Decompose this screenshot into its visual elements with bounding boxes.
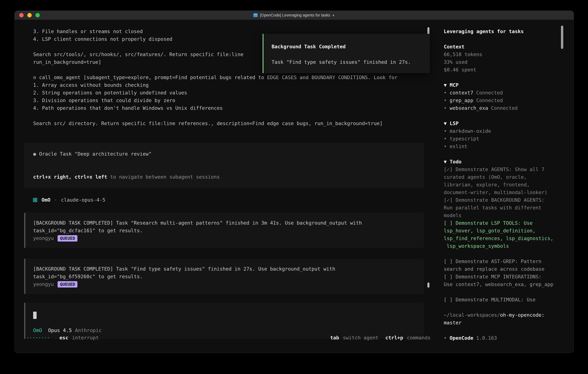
message-text: [BACKGROUND TASK COMPLETED] Task "Find t… <box>33 265 418 280</box>
zoom-window-button[interactable] <box>35 13 40 17</box>
input-agent-name: OmO <box>33 327 42 334</box>
context-spent: $0.46 spent <box>444 66 558 74</box>
lsp-item: •markdown-oxide <box>444 127 558 135</box>
switch-agent-hint: tab switch agent <box>330 334 378 342</box>
lsp-item: •eslint <box>444 143 558 150</box>
agent-square-icon <box>33 198 37 202</box>
toast-title: Background Task Completed <box>272 43 424 51</box>
lsp-name: eslint <box>450 144 467 149</box>
commands-hint: ctrl+p commands <box>385 334 430 342</box>
bullet-icon: • <box>444 136 447 142</box>
agent-name: OmO <box>42 196 50 204</box>
context-used: 33% used <box>444 58 558 66</box>
mcp-status: Connected <box>476 90 503 96</box>
mcp-name: grep_app <box>450 97 473 103</box>
input-model-name: Opus 4.5 <box>48 327 72 334</box>
sidebar-scrollbar-thumb[interactable] <box>561 26 563 49</box>
mcp-status: Connected <box>476 97 503 103</box>
terminal-output-block: 1. Array access without bounds checking … <box>33 81 424 112</box>
lsp-item: •typescript <box>444 135 558 143</box>
tab-key-hint: tab <box>330 334 339 342</box>
todo-item: [✓] Demonstrate AGENTS: Show all 7 curat… <box>444 166 558 196</box>
window-title: [OpenCode] Leveraging agents for tasks <box>260 11 330 20</box>
workspace-path-prefix: ~/local-workspaces/ <box>444 312 500 318</box>
opencode-window: [OpenCode] Leveraging agents for tasks ◐… <box>14 10 574 353</box>
tab-key-label: switch agent <box>343 334 378 342</box>
window-title-group: [OpenCode] Leveraging agents for tasks ◐ <box>253 11 335 20</box>
workspace-path: ~/local-workspaces/oh-my-opencode: <box>444 311 558 319</box>
input-provider-name: Anthropic <box>75 327 102 334</box>
bullet-icon: • <box>444 105 447 111</box>
mcp-section-header[interactable]: ▼ MCP <box>444 81 558 89</box>
keyboard-hints: tab switch agent ctrl+p commands <box>330 334 430 342</box>
oracle-task-panel: ◉ Oracle Task "Deep architecture review"… <box>24 143 424 188</box>
app-version: 1.0.163 <box>476 335 497 341</box>
spinner-dots: ········ <box>26 334 50 342</box>
bullet-icon: • <box>444 90 447 96</box>
ctrlp-key-hint: ctrl+p <box>385 334 403 342</box>
background-task-toast: Background Task Completed Task "Find typ… <box>262 34 430 73</box>
ctrlp-key-label: commands <box>407 334 430 342</box>
screen: [OpenCode] Leveraging agents for tasks ◐… <box>0 0 588 374</box>
todo-item: [ ] Demonstrate MCP INTEGRATIONS: Use co… <box>444 273 558 288</box>
bullet-icon: • <box>444 128 447 134</box>
workspace-repo: oh-my-opencode: <box>500 312 545 318</box>
todo-section-header[interactable]: ▼ Todo <box>444 158 558 166</box>
session-title: Leveraging agents for tasks <box>444 28 558 35</box>
oracle-navigation-hint: ctrl+x right, ctrl+x left to navigate be… <box>33 166 418 181</box>
mcp-name: websearch_exa <box>450 105 488 111</box>
terminal-pane: 3. File handles or streams not closed 4.… <box>15 20 438 353</box>
title-bar[interactable]: [OpenCode] Leveraging agents for tasks ◐ <box>15 11 574 20</box>
mcp-item: •grep_appConnected <box>444 97 558 104</box>
todo-item-active: [ ] Demonstrate LSP TOOLS: Use lsp_hover… <box>444 219 558 250</box>
text-cursor <box>33 312 37 319</box>
window-body: 3. File handles or streams not closed 4.… <box>15 20 574 353</box>
bullet-icon: • <box>444 335 447 341</box>
record-icon: ◉ <box>33 151 39 157</box>
queued-badge: QUEUED <box>58 235 77 241</box>
message-author: yeongyu <box>33 280 54 288</box>
session-state-icon: ◐ <box>333 11 335 20</box>
todo-item: [✓] Demonstrate BACKGROUND AGENTS: Run p… <box>444 196 558 219</box>
mcp-item: •context7Connected <box>444 89 558 97</box>
oracle-task-title: Oracle Task "Deep architecture review" <box>39 151 152 157</box>
oracle-task-title-line: ◉ Oracle Task "Deep architecture review" <box>33 150 418 158</box>
scrollbar-thumb[interactable] <box>427 282 430 288</box>
queued-badge: QUEUED <box>58 281 77 288</box>
workspace-branch: master <box>444 319 558 327</box>
context-tokens: 66,518 tokens <box>444 51 558 58</box>
message-text: [BACKGROUND TASK COMPLETED] Task "Resear… <box>33 219 418 234</box>
session-sidebar: Leveraging agents for tasks Context 66,5… <box>438 20 574 353</box>
message-meta: yeongyu QUEUED <box>33 234 418 242</box>
status-bar: ········ esc interrupt tab switch agent … <box>15 334 438 342</box>
mcp-status: Connected <box>491 105 518 111</box>
context-header: Context <box>444 43 558 51</box>
agent-header: OmO · claude-opus-4-5 <box>33 196 424 204</box>
message-author: yeongyu <box>33 234 54 242</box>
lsp-name: markdown-oxide <box>450 128 491 134</box>
terminal-output-block: Search src/ directory. Return specific f… <box>33 120 424 127</box>
toast-body: Task "Find type safety issues" finished … <box>272 58 424 66</box>
tool-call-text: call_omo_agent [subagent_type=explore, p… <box>39 74 398 80</box>
todo-item: [ ] Demonstrate AST-GREP: Pattern search… <box>444 258 558 273</box>
lsp-section-header[interactable]: ▼ LSP <box>444 120 558 127</box>
esc-key-hint: esc <box>60 334 68 342</box>
agent-model: claude-opus-4-5 <box>61 196 105 204</box>
background-task-message: [BACKGROUND TASK COMPLETED] Task "Find t… <box>24 259 424 294</box>
interrupt-hint: esc interrupt <box>60 334 99 342</box>
input-line <box>33 311 418 319</box>
gear-icon: ⚙ <box>33 74 39 80</box>
prompt-input[interactable]: OmO Opus 4.5 Anthropic <box>24 303 424 339</box>
close-window-button[interactable] <box>19 13 24 17</box>
app-version-footer: •OpenCode1.0.163 <box>444 334 558 342</box>
model-selector-row[interactable]: OmO Opus 4.5 Anthropic <box>33 327 418 334</box>
bullet-icon: • <box>444 144 447 149</box>
lsp-name: typescript <box>450 136 479 142</box>
background-task-message: [BACKGROUND TASK COMPLETED] Task "Resear… <box>24 213 424 248</box>
tool-call-line: ⚙ call_omo_agent [subagent_type=explore,… <box>33 74 424 81</box>
esc-key-label: interrupt <box>72 334 99 342</box>
minimize-window-button[interactable] <box>27 13 32 17</box>
bullet-icon: • <box>444 97 447 103</box>
app-name: OpenCode <box>450 335 473 341</box>
todo-item: [ ] Demonstrate MULTIMODAL: Use <box>444 296 558 303</box>
